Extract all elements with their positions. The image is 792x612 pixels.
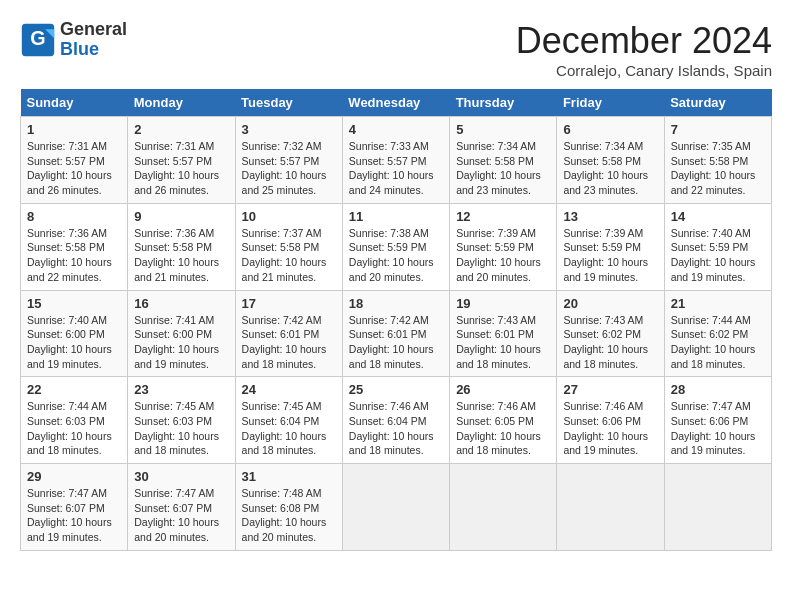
day-number: 26 — [456, 382, 550, 397]
day-number: 8 — [27, 209, 121, 224]
day-info: Sunrise: 7:46 AM Sunset: 6:05 PM Dayligh… — [456, 399, 550, 458]
day-info: Sunrise: 7:37 AM Sunset: 5:58 PM Dayligh… — [242, 226, 336, 285]
day-info: Sunrise: 7:40 AM Sunset: 6:00 PM Dayligh… — [27, 313, 121, 372]
day-number: 10 — [242, 209, 336, 224]
calendar-cell: 3Sunrise: 7:32 AM Sunset: 5:57 PM Daylig… — [235, 117, 342, 204]
day-info: Sunrise: 7:39 AM Sunset: 5:59 PM Dayligh… — [456, 226, 550, 285]
calendar-cell: 26Sunrise: 7:46 AM Sunset: 6:05 PM Dayli… — [450, 377, 557, 464]
day-number: 31 — [242, 469, 336, 484]
day-number: 1 — [27, 122, 121, 137]
day-number: 25 — [349, 382, 443, 397]
day-info: Sunrise: 7:36 AM Sunset: 5:58 PM Dayligh… — [27, 226, 121, 285]
day-number: 27 — [563, 382, 657, 397]
logo-general: General — [60, 20, 127, 40]
calendar-cell: 16Sunrise: 7:41 AM Sunset: 6:00 PM Dayli… — [128, 290, 235, 377]
calendar-cell: 27Sunrise: 7:46 AM Sunset: 6:06 PM Dayli… — [557, 377, 664, 464]
day-number: 17 — [242, 296, 336, 311]
day-number: 4 — [349, 122, 443, 137]
logo-icon: G — [20, 22, 56, 58]
day-info: Sunrise: 7:39 AM Sunset: 5:59 PM Dayligh… — [563, 226, 657, 285]
calendar-week-row: 1Sunrise: 7:31 AM Sunset: 5:57 PM Daylig… — [21, 117, 772, 204]
calendar-cell: 30Sunrise: 7:47 AM Sunset: 6:07 PM Dayli… — [128, 464, 235, 551]
day-info: Sunrise: 7:45 AM Sunset: 6:04 PM Dayligh… — [242, 399, 336, 458]
day-info: Sunrise: 7:33 AM Sunset: 5:57 PM Dayligh… — [349, 139, 443, 198]
day-number: 21 — [671, 296, 765, 311]
day-number: 15 — [27, 296, 121, 311]
calendar-cell: 17Sunrise: 7:42 AM Sunset: 6:01 PM Dayli… — [235, 290, 342, 377]
calendar-cell: 14Sunrise: 7:40 AM Sunset: 5:59 PM Dayli… — [664, 203, 771, 290]
month-title: December 2024 — [516, 20, 772, 62]
calendar-cell: 4Sunrise: 7:33 AM Sunset: 5:57 PM Daylig… — [342, 117, 449, 204]
day-number: 20 — [563, 296, 657, 311]
calendar-cell: 8Sunrise: 7:36 AM Sunset: 5:58 PM Daylig… — [21, 203, 128, 290]
calendar-cell: 12Sunrise: 7:39 AM Sunset: 5:59 PM Dayli… — [450, 203, 557, 290]
calendar-week-row: 15Sunrise: 7:40 AM Sunset: 6:00 PM Dayli… — [21, 290, 772, 377]
day-info: Sunrise: 7:46 AM Sunset: 6:06 PM Dayligh… — [563, 399, 657, 458]
day-of-week-header: Sunday — [21, 89, 128, 117]
day-number: 7 — [671, 122, 765, 137]
calendar-cell: 31Sunrise: 7:48 AM Sunset: 6:08 PM Dayli… — [235, 464, 342, 551]
day-info: Sunrise: 7:31 AM Sunset: 5:57 PM Dayligh… — [134, 139, 228, 198]
calendar-cell: 2Sunrise: 7:31 AM Sunset: 5:57 PM Daylig… — [128, 117, 235, 204]
calendar-cell: 18Sunrise: 7:42 AM Sunset: 6:01 PM Dayli… — [342, 290, 449, 377]
day-info: Sunrise: 7:43 AM Sunset: 6:01 PM Dayligh… — [456, 313, 550, 372]
day-number: 9 — [134, 209, 228, 224]
day-info: Sunrise: 7:38 AM Sunset: 5:59 PM Dayligh… — [349, 226, 443, 285]
day-number: 6 — [563, 122, 657, 137]
day-info: Sunrise: 7:31 AM Sunset: 5:57 PM Dayligh… — [27, 139, 121, 198]
day-number: 19 — [456, 296, 550, 311]
location-subtitle: Corralejo, Canary Islands, Spain — [516, 62, 772, 79]
day-info: Sunrise: 7:46 AM Sunset: 6:04 PM Dayligh… — [349, 399, 443, 458]
day-info: Sunrise: 7:36 AM Sunset: 5:58 PM Dayligh… — [134, 226, 228, 285]
calendar-cell — [450, 464, 557, 551]
calendar-cell: 15Sunrise: 7:40 AM Sunset: 6:00 PM Dayli… — [21, 290, 128, 377]
day-info: Sunrise: 7:47 AM Sunset: 6:07 PM Dayligh… — [27, 486, 121, 545]
day-info: Sunrise: 7:32 AM Sunset: 5:57 PM Dayligh… — [242, 139, 336, 198]
calendar-cell: 11Sunrise: 7:38 AM Sunset: 5:59 PM Dayli… — [342, 203, 449, 290]
day-number: 11 — [349, 209, 443, 224]
logo-blue: Blue — [60, 40, 127, 60]
calendar-cell: 5Sunrise: 7:34 AM Sunset: 5:58 PM Daylig… — [450, 117, 557, 204]
calendar-cell: 13Sunrise: 7:39 AM Sunset: 5:59 PM Dayli… — [557, 203, 664, 290]
day-number: 13 — [563, 209, 657, 224]
calendar-cell: 29Sunrise: 7:47 AM Sunset: 6:07 PM Dayli… — [21, 464, 128, 551]
day-info: Sunrise: 7:42 AM Sunset: 6:01 PM Dayligh… — [349, 313, 443, 372]
day-info: Sunrise: 7:35 AM Sunset: 5:58 PM Dayligh… — [671, 139, 765, 198]
calendar-cell: 7Sunrise: 7:35 AM Sunset: 5:58 PM Daylig… — [664, 117, 771, 204]
day-info: Sunrise: 7:45 AM Sunset: 6:03 PM Dayligh… — [134, 399, 228, 458]
day-number: 28 — [671, 382, 765, 397]
day-info: Sunrise: 7:47 AM Sunset: 6:07 PM Dayligh… — [134, 486, 228, 545]
day-of-week-header: Thursday — [450, 89, 557, 117]
day-number: 18 — [349, 296, 443, 311]
day-info: Sunrise: 7:43 AM Sunset: 6:02 PM Dayligh… — [563, 313, 657, 372]
day-info: Sunrise: 7:41 AM Sunset: 6:00 PM Dayligh… — [134, 313, 228, 372]
calendar-cell: 6Sunrise: 7:34 AM Sunset: 5:58 PM Daylig… — [557, 117, 664, 204]
logo: G General Blue — [20, 20, 127, 60]
calendar-cell: 20Sunrise: 7:43 AM Sunset: 6:02 PM Dayli… — [557, 290, 664, 377]
day-info: Sunrise: 7:47 AM Sunset: 6:06 PM Dayligh… — [671, 399, 765, 458]
day-number: 16 — [134, 296, 228, 311]
day-info: Sunrise: 7:40 AM Sunset: 5:59 PM Dayligh… — [671, 226, 765, 285]
calendar-cell: 1Sunrise: 7:31 AM Sunset: 5:57 PM Daylig… — [21, 117, 128, 204]
svg-text:G: G — [30, 27, 45, 49]
day-number: 22 — [27, 382, 121, 397]
calendar-body: 1Sunrise: 7:31 AM Sunset: 5:57 PM Daylig… — [21, 117, 772, 551]
day-number: 23 — [134, 382, 228, 397]
calendar-cell: 10Sunrise: 7:37 AM Sunset: 5:58 PM Dayli… — [235, 203, 342, 290]
day-number: 12 — [456, 209, 550, 224]
calendar-cell: 19Sunrise: 7:43 AM Sunset: 6:01 PM Dayli… — [450, 290, 557, 377]
day-of-week-header: Tuesday — [235, 89, 342, 117]
calendar-cell — [557, 464, 664, 551]
calendar-cell — [664, 464, 771, 551]
day-of-week-header: Saturday — [664, 89, 771, 117]
day-info: Sunrise: 7:34 AM Sunset: 5:58 PM Dayligh… — [563, 139, 657, 198]
calendar-week-row: 22Sunrise: 7:44 AM Sunset: 6:03 PM Dayli… — [21, 377, 772, 464]
calendar-cell — [342, 464, 449, 551]
day-of-week-header: Monday — [128, 89, 235, 117]
day-number: 29 — [27, 469, 121, 484]
page-header: G General Blue December 2024 Corralejo, … — [20, 20, 772, 79]
day-number: 14 — [671, 209, 765, 224]
day-of-week-header: Wednesday — [342, 89, 449, 117]
day-number: 24 — [242, 382, 336, 397]
day-info: Sunrise: 7:44 AM Sunset: 6:02 PM Dayligh… — [671, 313, 765, 372]
